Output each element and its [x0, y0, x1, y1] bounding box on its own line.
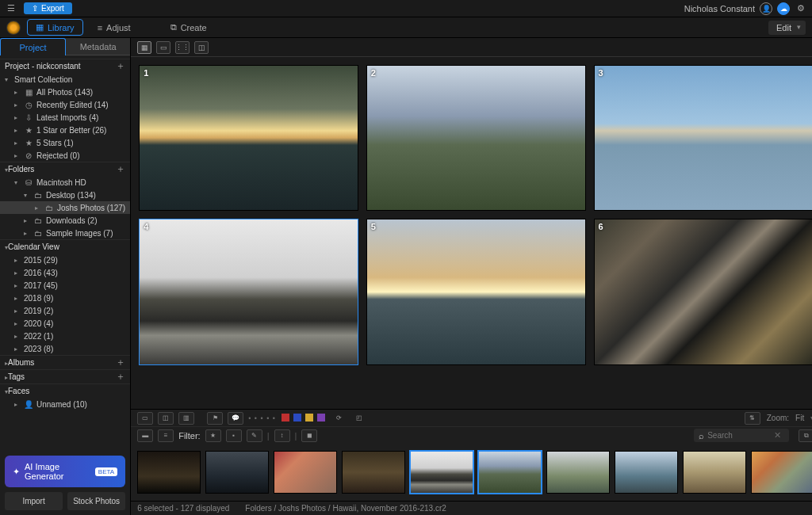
settings-icon[interactable]: ⚙ [795, 2, 807, 15]
folder-macintosh-hd[interactable]: ▾⛁Macintosh HD [0, 176, 130, 189]
swatch-blue[interactable] [293, 414, 301, 422]
year-2022[interactable]: ▸2022 (1) [0, 330, 130, 342]
grid-thumb[interactable]: 1 [139, 65, 358, 211]
sc-latest-imports[interactable]: ▸⇩Latest Imports (4) [0, 111, 130, 124]
search-input[interactable] [707, 431, 771, 440]
sc-5stars[interactable]: ▸★5 Stars (1) [0, 136, 130, 149]
view-compare-icon[interactable]: ◫ [194, 41, 209, 54]
photo-grid: 1 2 3 4 5 6 [131, 57, 812, 409]
year-2016[interactable]: ▸2016 (43) [0, 266, 130, 279]
project-tree: Project - nickconstant＋ ▾Smart Collectio… [0, 55, 130, 451]
folder-icon: 🗀 [33, 216, 43, 225]
swatch-yellow[interactable] [305, 414, 313, 422]
filter-star-icon[interactable]: ★ [205, 429, 221, 442]
edit-dropdown[interactable]: Edit [768, 21, 806, 35]
faces-header[interactable]: ▾Faces [0, 383, 130, 398]
external-icon[interactable]: ⧉ [799, 429, 812, 442]
folder-sample-images[interactable]: ▸🗀Sample Images (7) [0, 227, 130, 239]
filmstrip-thumb[interactable] [205, 451, 269, 494]
view-toolbar: ▦ ▭ ⋮⋮ ◫ [131, 38, 812, 57]
year-2015[interactable]: ▸2015 (29) [0, 254, 130, 266]
sort-icon[interactable]: ⇅ [745, 412, 760, 425]
grid-thumb[interactable]: 3 [594, 65, 813, 211]
year-2017[interactable]: ▸2017 (45) [0, 279, 130, 292]
sidebar-toggle-icon[interactable]: ☰ [5, 2, 17, 15]
year-2023[interactable]: ▸2023 (8) [0, 342, 130, 355]
view-thumbs-icon[interactable]: ⋮⋮ [175, 41, 190, 54]
swatch-purple[interactable] [317, 414, 325, 422]
filter-edit-icon[interactable]: ✎ [247, 429, 262, 442]
grid-thumb[interactable]: 5 [366, 219, 586, 364]
filmstrip-thumb[interactable] [683, 451, 746, 494]
user-area: Nicholas Constant 👤 ☁ ⚙ [684, 2, 807, 15]
filmstrip-thumb[interactable] [751, 451, 812, 494]
smart-collection-header[interactable]: ▾Smart Collection [0, 73, 130, 86]
filmstrip-thumb[interactable] [342, 451, 405, 494]
sidebar-tab-project[interactable]: Project [0, 38, 66, 55]
cloud-icon[interactable]: ☁ [777, 2, 790, 15]
layout-2-icon[interactable]: ◫ [158, 412, 174, 425]
filmstrip-thumb[interactable] [478, 451, 542, 494]
create-icon: ⧉ [170, 22, 177, 32]
tab-create[interactable]: ⧉Create [163, 20, 215, 35]
sidebar: Project Metadata Project - nickconstant＋… [0, 38, 131, 515]
filmstrip-thumb[interactable] [274, 451, 337, 494]
grid-thumb[interactable]: 4 [139, 219, 358, 364]
sidebar-tab-metadata[interactable]: Metadata [66, 38, 130, 55]
import-button[interactable]: Import [5, 492, 63, 510]
color-labels[interactable] [281, 414, 326, 423]
label-icon[interactable]: ◼ [301, 429, 317, 442]
tab-library[interactable]: ▦Library [27, 19, 83, 36]
tags-header[interactable]: ▸Tags＋ [0, 369, 130, 383]
view-list-icon[interactable]: ≡ [158, 429, 174, 442]
sc-recently-edited[interactable]: ▸◷Recently Edited (14) [0, 98, 130, 111]
crop-icon[interactable]: ◰ [351, 412, 367, 425]
add-project-icon[interactable]: ＋ [116, 59, 125, 73]
clear-search-icon[interactable]: ✕ [774, 430, 781, 441]
zoom-value[interactable]: Fit [795, 414, 804, 422]
filmstrip-thumb[interactable] [410, 451, 473, 494]
user-avatar-icon[interactable]: 👤 [760, 2, 772, 15]
year-2020[interactable]: ▸2020 (4) [0, 317, 130, 330]
layout-1-icon[interactable]: ▭ [137, 412, 153, 425]
star-rating[interactable]: • • • • • [248, 414, 276, 422]
add-album-icon[interactable]: ＋ [116, 356, 125, 369]
sc-all-photos[interactable]: ▸▦All Photos (143) [0, 86, 130, 98]
filmstrip-thumb[interactable] [546, 451, 610, 494]
swatch-red[interactable] [282, 414, 289, 422]
grid-thumb[interactable]: 6 [594, 219, 813, 364]
year-2018[interactable]: ▸2018 (9) [0, 292, 130, 304]
grid-thumb[interactable]: 2 [366, 65, 586, 211]
sc-1star[interactable]: ▸★1 Star or Better (26) [0, 124, 130, 136]
export-button[interactable]: ⇪Export [24, 2, 72, 14]
folder-downloads[interactable]: ▸🗀Downloads (2) [0, 214, 130, 227]
window-titlebar: ☰ ⇪Export Nicholas Constant 👤 ☁ ⚙ [0, 0, 812, 17]
view-single-icon[interactable]: ▭ [156, 41, 170, 54]
ai-image-generator-button[interactable]: ✦ AI Image Generator BETA [5, 456, 125, 487]
view-grid-icon[interactable]: ▦ [137, 41, 151, 54]
bottom-toolbar: ▭ ◫ ▥ ⚑ 💬 • • • • • ⟳ ◰ ⇅ Zoom: Fit ▾ [131, 409, 812, 426]
sc-rejected[interactable]: ▸⊘Rejected (0) [0, 149, 130, 162]
sort-order-icon[interactable]: ↕ [274, 429, 290, 442]
folder-joshs-photos[interactable]: ▸🗀Joshs Photos (127) [0, 201, 130, 214]
add-folder-icon[interactable]: ＋ [116, 162, 125, 176]
rotate-icon[interactable]: ⟳ [331, 412, 347, 425]
filmstrip-thumb[interactable] [137, 451, 201, 494]
flag-icon[interactable]: ⚑ [207, 412, 223, 425]
faces-unnamed[interactable]: ▸👤Unnamed (10) [0, 398, 130, 410]
add-tag-icon[interactable]: ＋ [116, 370, 125, 383]
folder-desktop[interactable]: ▾🗀Desktop (134) [0, 189, 130, 201]
layout-3-icon[interactable]: ▥ [178, 412, 194, 425]
stock-photos-button[interactable]: Stock Photos [67, 492, 125, 510]
filter-color-icon[interactable]: ▪ [226, 429, 242, 442]
albums-header[interactable]: ▸Albums＋ [0, 355, 130, 369]
filmstrip-thumb[interactable] [615, 451, 678, 494]
calendar-header[interactable]: ▾Calendar View [0, 239, 130, 254]
view-strip-icon[interactable]: ▬ [137, 429, 153, 442]
tab-adjust[interactable]: ≡Adjust [90, 21, 139, 35]
folders-header[interactable]: ▾Folders＋ [0, 162, 130, 176]
content-area: ▦ ▭ ⋮⋮ ◫ 1 2 3 4 5 6 ▭ ◫ ▥ ⚑ 💬 • • • • • [131, 38, 812, 515]
chat-icon[interactable]: 💬 [228, 412, 243, 425]
year-2019[interactable]: ▸2019 (2) [0, 304, 130, 317]
search-box[interactable]: ⌕ ✕ [694, 429, 789, 442]
